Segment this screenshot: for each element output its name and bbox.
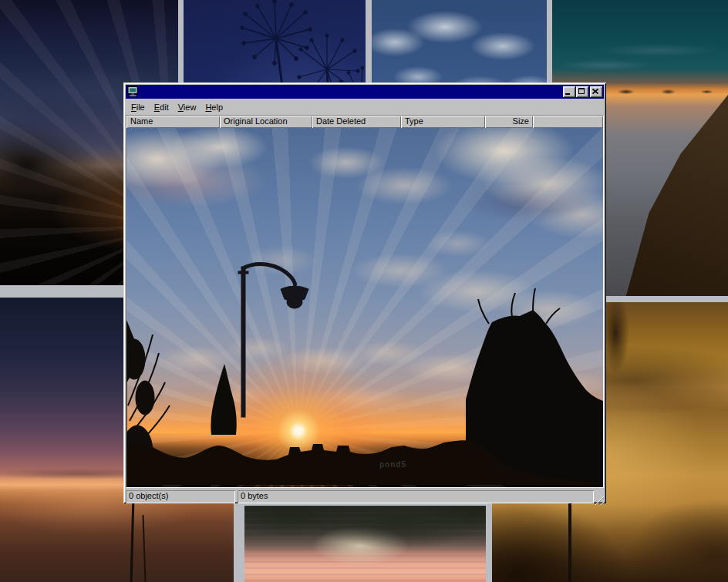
title-bar[interactable] <box>126 85 604 99</box>
minimize-icon <box>565 93 570 95</box>
resize-grip[interactable] <box>594 495 604 505</box>
minimize-button[interactable] <box>563 86 575 97</box>
street-lamp-silhouette <box>238 264 308 417</box>
menu-view[interactable]: View <box>174 101 201 113</box>
folder-view[interactable]: Name Original Location Date Deleted Type… <box>126 115 604 488</box>
menu-edit[interactable]: Edit <box>150 101 174 113</box>
pole-silhouette <box>568 500 571 582</box>
column-header-row: Name Original Location Date Deleted Type… <box>126 116 603 128</box>
silhouette-layer <box>126 128 603 485</box>
desktop: File Edit View Help Name Original Locati… <box>0 0 728 582</box>
recycle-bin-window: File Edit View Help Name Original Locati… <box>123 82 606 503</box>
computer-icon <box>127 86 139 97</box>
status-bar: 0 object(s) 0 bytes <box>126 488 604 506</box>
status-byte-count: 0 bytes <box>238 490 594 503</box>
column-header-date-deleted[interactable]: Date Deleted <box>312 116 401 128</box>
maximize-icon <box>578 88 585 94</box>
watermark: pond5 <box>379 460 406 469</box>
status-object-count: 0 object(s) <box>126 490 235 503</box>
column-header-type[interactable]: Type <box>401 116 485 128</box>
menu-help[interactable]: Help <box>201 101 228 113</box>
close-button[interactable] <box>590 86 602 97</box>
column-header-size[interactable]: Size <box>485 116 533 128</box>
pole-silhouette <box>130 500 135 582</box>
menu-file[interactable]: File <box>126 101 150 113</box>
menu-bar: File Edit View Help <box>126 99 604 115</box>
cypress-silhouette <box>211 364 236 435</box>
wallpaper-tile-water-ripples <box>244 506 486 582</box>
maximize-button[interactable] <box>576 86 588 97</box>
column-header-name[interactable]: Name <box>126 116 220 128</box>
pole-silhouette <box>142 515 146 582</box>
sunset-photo-background: pond5 <box>126 128 603 487</box>
close-icon <box>592 89 598 94</box>
column-header-empty[interactable] <box>533 116 603 128</box>
column-header-original-location[interactable]: Original Location <box>220 116 312 128</box>
